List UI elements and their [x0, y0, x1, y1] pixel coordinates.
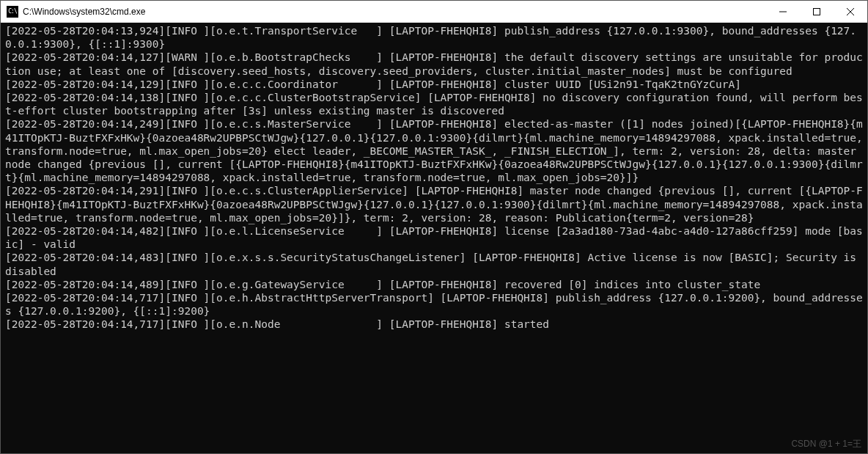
log-line: [2022-05-28T20:04:14,138][INFO ][o.e.c.c…	[5, 91, 863, 117]
log-line: [2022-05-28T20:04:14,489][INFO ][o.e.g.G…	[5, 278, 863, 291]
cmd-icon: C:\	[7, 6, 18, 18]
title-bar[interactable]: C:\ C:\Windows\system32\cmd.exe	[1, 1, 867, 23]
log-line: [2022-05-28T20:04:14,129][INFO ][o.e.c.c…	[5, 78, 863, 91]
minimize-icon	[779, 8, 787, 15]
terminal-output[interactable]: [2022-05-28T20:04:13,924][INFO ][o.e.t.T…	[1, 23, 867, 453]
cmd-window: C:\ C:\Windows\system32\cmd.exe [2022-05…	[0, 0, 868, 454]
log-line: [2022-05-28T20:04:14,291][INFO ][o.e.c.s…	[5, 184, 863, 224]
log-line: [2022-05-28T20:04:13,924][INFO ][o.e.t.T…	[5, 24, 863, 51]
log-line: [2022-05-28T20:04:14,717][INFO ][o.e.n.N…	[5, 318, 863, 331]
svg-rect-1	[814, 8, 820, 15]
log-line: [2022-05-28T20:04:14,249][INFO ][o.e.c.s…	[5, 117, 863, 184]
log-line: [2022-05-28T20:04:14,127][WARN ][o.e.b.B…	[5, 51, 863, 77]
log-line: [2022-05-28T20:04:14,717][INFO ][o.e.h.A…	[5, 291, 863, 318]
watermark-text: CSDN @1 + 1=王	[791, 437, 861, 450]
window-title: C:\Windows\system32\cmd.exe	[23, 7, 145, 17]
log-line: [2022-05-28T20:04:14,482][INFO ][o.e.l.L…	[5, 224, 863, 251]
minimize-button[interactable]	[766, 1, 800, 23]
close-icon	[847, 8, 854, 15]
log-line: [2022-05-28T20:04:14,483][INFO ][o.e.x.s…	[5, 251, 863, 277]
close-button[interactable]	[834, 1, 867, 23]
maximize-button[interactable]	[800, 1, 834, 23]
maximize-icon	[813, 8, 820, 15]
